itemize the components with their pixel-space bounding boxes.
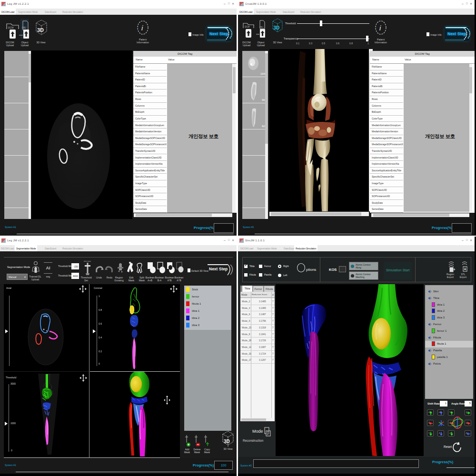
svg-text:OBJ: OBJ bbox=[22, 27, 26, 29]
svg-text:OBJ: OBJ bbox=[259, 26, 263, 28]
svg-text:i: i bbox=[141, 24, 143, 32]
svg-text:DCM: DCM bbox=[8, 26, 13, 29]
svg-text:DCM: DCM bbox=[245, 26, 249, 28]
svg-text:min max: min max bbox=[84, 260, 91, 262]
svg-text:3D: 3D bbox=[224, 439, 230, 444]
svg-text:194: 194 bbox=[260, 72, 265, 75]
svg-text:3D: 3D bbox=[37, 27, 44, 33]
svg-text:92: 92 bbox=[262, 125, 265, 128]
svg-text:3D: 3D bbox=[274, 25, 280, 30]
svg-text:i: i bbox=[379, 24, 381, 32]
svg-text:96: 96 bbox=[262, 99, 265, 101]
